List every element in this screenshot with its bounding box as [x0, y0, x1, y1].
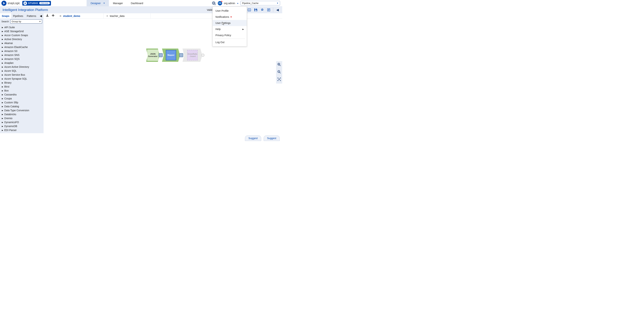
add-icon[interactable] [51, 13, 55, 18]
snap-item[interactable]: ▶DynamoDB [0, 124, 44, 128]
globe-search-icon[interactable] [212, 1, 216, 5]
file-tab-teacher-data[interactable]: ✕ teacher_data [104, 13, 150, 18]
connector-icon[interactable] [179, 53, 183, 57]
snap-item[interactable]: ▶ASE StorageGrid [0, 29, 44, 33]
snap-item[interactable]: ▶Amazon ElastiCache [0, 45, 44, 49]
groupby-select[interactable]: Group by ▼ [10, 19, 42, 23]
node-snowflake-insert[interactable]: Snowflake - Insert [182, 48, 202, 62]
toolbar-separator [273, 8, 273, 12]
snap-item[interactable]: ▶Amazon SQS [0, 57, 44, 61]
snap-item[interactable]: ▶Binary [0, 81, 44, 85]
menu-logout[interactable]: Log Out [212, 39, 247, 45]
snap-item[interactable]: ▶Akamai [0, 41, 44, 45]
node-mapper[interactable]: Mapper [162, 48, 180, 62]
expand-icon: ▶ [2, 90, 3, 92]
catalog-tab-patterns[interactable]: Patterns [25, 13, 38, 18]
snap-item[interactable]: ▶Data Catalog [0, 104, 44, 108]
catalog-tab-snaps[interactable]: Snaps [0, 13, 11, 18]
nav-tab-dashboard[interactable]: Dashboard [127, 0, 147, 6]
nav-tabs: Designer ▼ Manager Dashboard [86, 0, 147, 6]
logo-icon[interactable] [2, 1, 6, 6]
suggest-button[interactable]: Suggest [264, 136, 280, 141]
menu-separator [214, 39, 245, 39]
menu-user-settings[interactable]: User Settings [212, 20, 247, 26]
snap-item[interactable]: ▶Azure Synapse SQL [0, 77, 44, 81]
sidebar-wrap: Search Group by ▼ ▶API Suite▶ASE Storage… [0, 19, 44, 141]
import-icon[interactable] [45, 13, 49, 18]
snap-item[interactable]: ▶Dremio [0, 116, 44, 120]
snap-item[interactable]: ▶Amazon S3 [0, 49, 44, 53]
close-icon[interactable]: ✕ [106, 14, 108, 17]
studio-label: STUDIO [28, 2, 38, 4]
collapse-right-icon[interactable]: ◀ [276, 8, 280, 12]
snap-item-label: API Suite [4, 26, 15, 29]
search-label: Search [2, 20, 9, 23]
snap-item[interactable]: ▶Custom Sftp [0, 101, 44, 104]
expand-icon: ▶ [2, 42, 3, 44]
menu-help[interactable]: Help ▶ [212, 26, 247, 32]
save-icon[interactable] [254, 8, 258, 12]
snap-item[interactable]: ▶Azure SQL [0, 69, 44, 73]
snap-item-label: DynamoDB [4, 125, 17, 128]
snap-item[interactable]: ▶Coupa [0, 97, 44, 101]
pipeline-select[interactable]: Pipeline_Cache ▼ [240, 1, 280, 5]
chevron-right-icon: ▶ [242, 28, 244, 30]
suggest-button[interactable]: Suggest [245, 136, 261, 141]
snap-list[interactable]: ▶API Suite▶ASE StorageGrid▶Accor Custom … [0, 24, 44, 133]
menu-notifications[interactable]: Notifications [212, 14, 247, 20]
snap-item[interactable]: ▶Databricks [0, 112, 44, 116]
catalog-tab-pipelines[interactable]: Pipelines [11, 13, 25, 18]
output-port-icon[interactable] [201, 54, 204, 57]
snap-item-label: Azure Synapse SQL [4, 77, 27, 80]
menu-label: Help [216, 28, 221, 30]
menu-user-profile[interactable]: User Profile [212, 8, 247, 14]
expand-icon: ▶ [2, 82, 3, 84]
validate-icon[interactable] [260, 8, 264, 12]
zoom-out-icon[interactable] [277, 70, 281, 75]
nav-tab-label: Dashboard [131, 2, 143, 5]
nav-tab-designer[interactable]: Designer ▼ [86, 0, 109, 6]
zoom-in-icon[interactable] [277, 63, 281, 67]
menu-privacy-policy[interactable]: Privacy Policy [212, 32, 247, 38]
snap-item[interactable]: ▶Data Type Conversion [0, 108, 44, 112]
file-tab-student-demo[interactable]: ✕ student_demo [57, 13, 104, 18]
avatar[interactable]: OA [218, 1, 222, 5]
file-tab-label: student_demo [63, 14, 80, 17]
snap-item[interactable]: ▶Box [0, 89, 44, 93]
expand-icon: ▶ [2, 38, 3, 40]
snap-item[interactable]: ▶Anaplan [0, 61, 44, 65]
catalog-tabs: Snaps Pipelines Patterns ◀ [0, 13, 44, 18]
studio-badge[interactable]: STUDIO PREVIEW [22, 1, 51, 5]
snap-item[interactable]: ▶Cassandra [0, 93, 44, 97]
chevron-up-icon[interactable]: ▲ [237, 2, 239, 4]
snap-item[interactable]: ▶Azure Service Bus [0, 73, 44, 77]
snap-item-label: Data Catalog [4, 105, 19, 108]
snap-item[interactable]: ▶Active Directory [0, 37, 44, 41]
snap-item[interactable]: ▶Azure Active Directory [0, 65, 44, 69]
snap-item-label: Binary [4, 81, 12, 84]
close-icon[interactable]: ✕ [60, 14, 62, 17]
snap-item[interactable]: ▶EDI Parser [0, 128, 44, 132]
snap-item[interactable]: ▶Amazon SNS [0, 53, 44, 57]
snap-item-label: Box [4, 89, 9, 92]
preview-pill: PREVIEW [39, 2, 50, 4]
node-json-generator[interactable]: JSON Generator [146, 48, 160, 62]
nav-tab-manager[interactable]: Manager [109, 0, 127, 6]
expand-icon: ▶ [2, 70, 3, 72]
username[interactable]: org admin [224, 2, 235, 5]
collapse-sidebar-icon[interactable]: ◀ [38, 13, 44, 18]
snap-item-label: Azure SQL [4, 69, 16, 72]
snap-item[interactable]: ▶Accor Custom Snaps [0, 33, 44, 37]
properties-icon[interactable] [266, 8, 271, 12]
connector-icon[interactable] [159, 53, 163, 57]
groupby-value: Group by [12, 20, 21, 23]
expand-icon: ▶ [2, 113, 3, 115]
chevron-down-icon: ▼ [103, 2, 105, 4]
suggest-row: Suggest Suggest [245, 136, 280, 141]
snap-item[interactable]: ▶API Suite [0, 25, 44, 29]
binary-icon[interactable]: 01 [247, 8, 252, 12]
fit-screen-icon[interactable] [277, 77, 281, 82]
snap-item[interactable]: ▶Birst [0, 85, 44, 89]
expand-icon: ▶ [2, 98, 3, 100]
snap-item[interactable]: ▶DynamicsFO [0, 120, 44, 124]
